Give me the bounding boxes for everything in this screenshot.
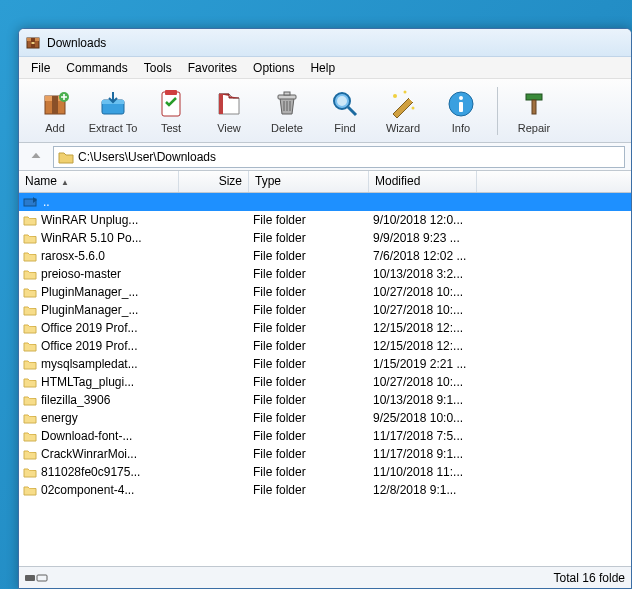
row-modified: 12/15/2018 12:... (369, 321, 477, 335)
title-bar[interactable]: Downloads (19, 29, 631, 57)
parent-row[interactable]: .. (19, 193, 631, 211)
row-type: File folder (249, 483, 369, 497)
wizard-button[interactable]: Wizard (375, 83, 431, 139)
menu-commands[interactable]: Commands (58, 59, 135, 77)
folder-icon (23, 304, 37, 316)
table-row[interactable]: PluginManager_...File folder10/27/2018 1… (19, 301, 631, 319)
folder-icon (23, 430, 37, 442)
row-name: 02component-4... (41, 483, 134, 497)
extract-button[interactable]: Extract To (85, 83, 141, 139)
info-icon (445, 88, 477, 120)
folder-icon (23, 250, 37, 262)
app-window: Downloads File Commands Tools Favorites … (18, 28, 632, 589)
view-button[interactable]: View (201, 83, 257, 139)
row-type: File folder (249, 249, 369, 263)
row-type: File folder (249, 465, 369, 479)
info-label: Info (452, 122, 470, 134)
status-left (25, 573, 49, 583)
row-name: filezilla_3906 (41, 393, 110, 407)
menu-options[interactable]: Options (245, 59, 302, 77)
row-type: File folder (249, 303, 369, 317)
table-row[interactable]: PluginManager_...File folder10/27/2018 1… (19, 283, 631, 301)
row-modified: 10/13/2018 3:2... (369, 267, 477, 281)
menu-favorites[interactable]: Favorites (180, 59, 245, 77)
test-button[interactable]: Test (143, 83, 199, 139)
svg-rect-14 (284, 92, 290, 95)
table-row[interactable]: filezilla_3906File folder10/13/2018 9:1.… (19, 391, 631, 409)
column-headers: Name▲ Size Type Modified (19, 171, 631, 193)
folder-icon (23, 358, 37, 370)
archive-add-icon (39, 88, 71, 120)
table-row[interactable]: Office 2019 Prof...File folder12/15/2018… (19, 319, 631, 337)
svg-rect-22 (459, 102, 463, 112)
folder-icon (23, 448, 37, 460)
app-icon (25, 35, 41, 51)
row-name: preioso-master (41, 267, 121, 281)
folder-icon (23, 214, 37, 226)
row-modified: 7/6/2018 12:02 ... (369, 249, 477, 263)
find-label: Find (334, 122, 355, 134)
menu-bar: File Commands Tools Favorites Options He… (19, 57, 631, 79)
folder-icon (23, 412, 37, 424)
extract-icon (97, 88, 129, 120)
test-label: Test (161, 122, 181, 134)
column-size[interactable]: Size (179, 171, 249, 192)
column-type[interactable]: Type (249, 171, 369, 192)
table-row[interactable]: rarosx-5.6.0File folder7/6/2018 12:02 ..… (19, 247, 631, 265)
folder-icon (23, 376, 37, 388)
window-title: Downloads (47, 36, 106, 50)
folder-icon (23, 268, 37, 280)
table-row[interactable]: Office 2019 Prof...File folder12/15/2018… (19, 337, 631, 355)
view-icon (213, 88, 245, 120)
table-row[interactable]: HTMLTag_plugi...File folder10/27/2018 10… (19, 373, 631, 391)
row-name: Office 2019 Prof... (41, 339, 138, 353)
file-list[interactable]: .. WinRAR Unplug...File folder9/10/2018 … (19, 193, 631, 566)
svg-point-21 (459, 96, 463, 100)
row-name: PluginManager_... (41, 303, 138, 317)
info-button[interactable]: Info (433, 83, 489, 139)
table-row[interactable]: 02component-4...File folder12/8/2018 9:1… (19, 481, 631, 499)
row-name: mysqlsampledat... (41, 357, 138, 371)
row-name: WinRAR 5.10 Po... (41, 231, 142, 245)
row-name: Download-font-... (41, 429, 132, 443)
table-row[interactable]: mysqlsampledat...File folder1/15/2019 2:… (19, 355, 631, 373)
toolbar-separator (497, 87, 498, 135)
table-row[interactable]: WinRAR 5.10 Po...File folder9/9/2018 9:2… (19, 229, 631, 247)
row-type: File folder (249, 231, 369, 245)
row-name: HTMLTag_plugi... (41, 375, 134, 389)
add-label: Add (45, 122, 65, 134)
row-type: File folder (249, 267, 369, 281)
row-name: rarosx-5.6.0 (41, 249, 105, 263)
row-name: PluginManager_... (41, 285, 138, 299)
column-modified[interactable]: Modified (369, 171, 477, 192)
row-modified: 11/10/2018 11:... (369, 465, 477, 479)
view-label: View (217, 122, 241, 134)
svg-rect-11 (165, 90, 177, 95)
column-name[interactable]: Name▲ (19, 171, 179, 192)
row-name: Office 2019 Prof... (41, 321, 138, 335)
up-button[interactable] (25, 146, 47, 168)
row-type: File folder (249, 357, 369, 371)
table-row[interactable]: energyFile folder9/25/2018 10:0... (19, 409, 631, 427)
path-input[interactable]: C:\Users\User\Downloads (53, 146, 625, 168)
folder-icon (23, 394, 37, 406)
menu-file[interactable]: File (23, 59, 58, 77)
table-row[interactable]: preioso-masterFile folder10/13/2018 3:2.… (19, 265, 631, 283)
row-modified: 9/25/2018 10:0... (369, 411, 477, 425)
svg-rect-13 (278, 95, 296, 99)
table-row[interactable]: 811028fe0c9175...File folder11/10/2018 1… (19, 463, 631, 481)
add-button[interactable]: Add (27, 83, 83, 139)
menu-tools[interactable]: Tools (136, 59, 180, 77)
svg-rect-24 (532, 100, 536, 114)
row-type: File folder (249, 393, 369, 407)
find-button[interactable]: Find (317, 83, 373, 139)
table-row[interactable]: Download-font-...File folder11/17/2018 7… (19, 427, 631, 445)
svg-rect-6 (52, 96, 58, 114)
table-row[interactable]: CrackWinrarMoi...File folder11/17/2018 9… (19, 445, 631, 463)
menu-help[interactable]: Help (302, 59, 343, 77)
table-row[interactable]: WinRAR Unplug...File folder9/10/2018 12:… (19, 211, 631, 229)
row-type: File folder (249, 285, 369, 299)
extract-label: Extract To (89, 122, 138, 134)
repair-button[interactable]: Repair (506, 83, 562, 139)
delete-button[interactable]: Delete (259, 83, 315, 139)
